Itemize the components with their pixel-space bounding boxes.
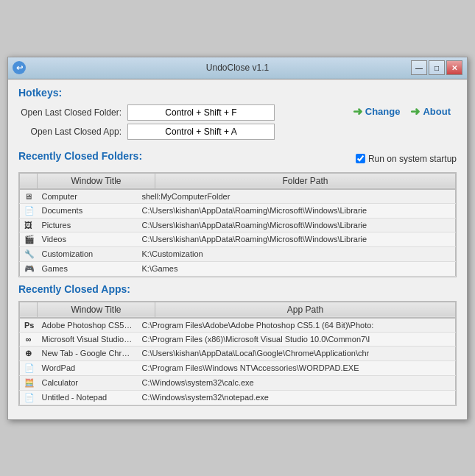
apps-icon-header xyxy=(20,302,38,317)
row-path: C:\Users\kishan\AppData\Local\Google\Chr… xyxy=(138,346,456,360)
row-path: C:\Windows\system32\calc.exe xyxy=(138,375,456,390)
row-title: Pictures xyxy=(38,218,138,232)
row-icon: 🎬 xyxy=(20,232,38,246)
row-title: WordPad xyxy=(38,360,138,375)
folders-title: Recently Closed Folders: xyxy=(18,150,142,162)
table-row[interactable]: ⊕ New Tab - Google Chrome C:\Users\kisha… xyxy=(20,346,456,360)
row-icon: 📄 xyxy=(20,360,38,375)
folders-data-table: 🖥 Computer shell:MyComputerFolder 📄 Docu… xyxy=(19,189,456,277)
folders-icon-header xyxy=(20,173,38,188)
row-path: C:\Users\kishan\AppData\Roaming\Microsof… xyxy=(138,218,456,232)
hotkeys-section: Hotkeys: Open Last Closed Folder: Open L… xyxy=(18,87,457,143)
title-bar-left: ↩ xyxy=(13,61,26,74)
folder-hotkey-row: Open Last Closed Folder: xyxy=(18,104,275,121)
apps-header-table: Window Title App Path xyxy=(19,302,456,318)
apps-scroll[interactable]: Ps Adobe Photoshop CS5.1 Exten C:\Progra… xyxy=(19,318,456,405)
row-icon: 🖼 xyxy=(20,218,38,232)
row-icon: 🎮 xyxy=(20,261,38,276)
table-row[interactable]: 📄 Documents C:\Users\kishan\AppData\Roam… xyxy=(20,203,456,218)
folders-section: Recently Closed Folders: Run on system s… xyxy=(18,150,457,277)
folders-path-header: Folder Path xyxy=(155,173,456,188)
change-arrow-icon: ➜ xyxy=(353,104,362,118)
close-button[interactable]: ✕ xyxy=(446,60,462,75)
startup-label: Run on system startup xyxy=(368,154,457,164)
row-icon: Ps xyxy=(20,318,38,332)
row-icon: 📄 xyxy=(20,203,38,218)
table-row[interactable]: 📄 Untitled - Notepad C:\Windows\system32… xyxy=(20,390,456,405)
table-row[interactable]: 🖥 Computer shell:MyComputerFolder xyxy=(20,189,456,203)
folders-scroll[interactable]: 🖥 Computer shell:MyComputerFolder 📄 Docu… xyxy=(19,189,456,277)
row-title: Untitled - Notepad xyxy=(38,390,138,405)
apps-path-header: App Path xyxy=(155,302,456,317)
apps-section: Recently Closed Apps: Window Title App P… xyxy=(18,283,457,406)
row-path: C:\Program Files (x86)\Microsoft Visual … xyxy=(138,332,456,346)
row-title: Games xyxy=(38,261,138,276)
row-title: Calculator xyxy=(38,375,138,390)
row-path: shell:MyComputerFolder xyxy=(138,189,456,203)
main-window: ↩ UndoClose v1.1 — □ ✕ Hotkeys: Open Las… xyxy=(7,57,468,420)
row-icon: 📄 xyxy=(20,390,38,405)
hotkeys-title: Hotkeys: xyxy=(18,87,275,99)
row-icon: 🧮 xyxy=(20,375,38,390)
folder-hotkey-input[interactable] xyxy=(127,104,275,121)
folders-title-header: Window Title xyxy=(38,173,155,188)
row-icon: 🖥 xyxy=(20,189,38,203)
app-hotkey-row: Open Last Closed App: xyxy=(18,124,275,140)
row-title: New Tab - Google Chrome xyxy=(38,346,138,360)
apps-data-table: Ps Adobe Photoshop CS5.1 Exten C:\Progra… xyxy=(19,318,456,405)
row-title: Computer xyxy=(38,189,138,203)
row-icon: 🔧 xyxy=(20,246,38,261)
table-row[interactable]: 🎬 Videos C:\Users\kishan\AppData\Roaming… xyxy=(20,232,456,246)
table-row[interactable]: ∞ Microsoft Visual Studio (Admin C:\Prog… xyxy=(20,332,456,346)
title-bar: ↩ UndoClose v1.1 — □ ✕ xyxy=(8,57,467,79)
about-button[interactable]: ➜ About xyxy=(410,104,451,118)
row-title: Adobe Photoshop CS5.1 Exten xyxy=(38,318,138,332)
table-row[interactable]: 🧮 Calculator C:\Windows\system32\calc.ex… xyxy=(20,375,456,390)
table-row[interactable]: Ps Adobe Photoshop CS5.1 Exten C:\Progra… xyxy=(20,318,456,332)
window-title: UndoClose v1.1 xyxy=(206,63,269,73)
row-title: Videos xyxy=(38,232,138,246)
apps-title: Recently Closed Apps: xyxy=(18,283,457,295)
table-row[interactable]: 🖼 Pictures C:\Users\kishan\AppData\Roami… xyxy=(20,218,456,232)
about-arrow-icon: ➜ xyxy=(410,104,420,118)
folders-table: Window Title Folder Path xyxy=(19,173,456,189)
about-label: About xyxy=(423,106,451,117)
action-buttons: ➜ Change ➜ About xyxy=(353,87,457,118)
row-path: C:\Users\kishan\AppData\Roaming\Microsof… xyxy=(138,203,456,218)
restore-button[interactable]: □ xyxy=(429,60,445,75)
apps-header-row: Window Title App Path xyxy=(20,302,456,317)
app-hotkey-input[interactable] xyxy=(127,124,275,140)
row-title: Microsoft Visual Studio (Admin xyxy=(38,332,138,346)
apps-title-header: Window Title xyxy=(38,302,155,317)
folder-hotkey-label: Open Last Closed Folder: xyxy=(18,107,122,118)
row-title: Documents xyxy=(38,203,138,218)
table-row[interactable]: 🔧 Customization K:\Customization xyxy=(20,246,456,261)
startup-check: Run on system startup xyxy=(356,154,457,164)
row-path: C:\Program Files\Adobe\Adobe Photoshop C… xyxy=(138,318,456,332)
app-icon: ↩ xyxy=(13,61,26,74)
row-path: C:\Users\kishan\AppData\Roaming\Microsof… xyxy=(138,232,456,246)
hotkeys-left: Hotkeys: Open Last Closed Folder: Open L… xyxy=(18,87,275,143)
startup-checkbox[interactable] xyxy=(356,154,365,163)
row-path: K:\Customization xyxy=(138,246,456,261)
change-button[interactable]: ➜ Change xyxy=(353,104,401,118)
title-bar-controls: — □ ✕ xyxy=(411,60,462,75)
apps-table-wrapper: Window Title App Path Ps xyxy=(18,301,457,406)
row-icon: ⊕ xyxy=(20,346,38,360)
app-hotkey-label: Open Last Closed App: xyxy=(18,127,122,137)
table-row[interactable]: 🎮 Games K:\Games xyxy=(20,261,456,276)
window-content: Hotkeys: Open Last Closed Folder: Open L… xyxy=(8,79,467,419)
folders-table-wrapper: Window Title Folder Path 🖥 xyxy=(18,172,457,277)
minimize-button[interactable]: — xyxy=(411,60,427,75)
folders-header-row: Window Title Folder Path xyxy=(20,173,456,188)
folders-header: Recently Closed Folders: Run on system s… xyxy=(18,150,457,168)
row-path: C:\Windows\system32\notepad.exe xyxy=(138,390,456,405)
row-title: Customization xyxy=(38,246,138,261)
row-path: K:\Games xyxy=(138,261,456,276)
row-path: C:\Program Files\Windows NT\Accessories\… xyxy=(138,360,456,375)
table-row[interactable]: 📄 WordPad C:\Program Files\Windows NT\Ac… xyxy=(20,360,456,375)
row-icon: ∞ xyxy=(20,332,38,346)
change-label: Change xyxy=(365,106,401,117)
